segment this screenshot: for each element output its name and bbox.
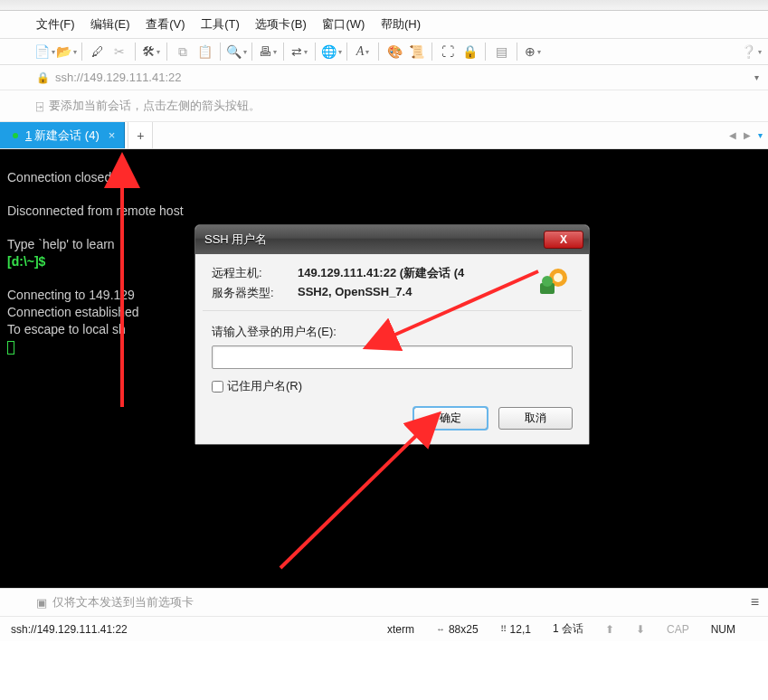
status-up-icon: ⬆ — [605, 623, 614, 636]
status-dot-icon — [13, 133, 18, 138]
properties-icon[interactable]: 🛠 — [143, 43, 159, 60]
tab-next-icon[interactable]: ▶ — [744, 130, 751, 140]
dialog-titlebar[interactable]: SSH 用户名 X — [195, 225, 589, 254]
bookmark-icon[interactable]: ⍈ — [36, 99, 43, 113]
tab-list-icon[interactable]: ▾ — [758, 130, 763, 140]
status-pos: ⠿12,1 — [500, 623, 531, 636]
ok-button[interactable]: 确定 — [413, 407, 488, 430]
menu-tab[interactable]: 选项卡(B) — [255, 17, 306, 31]
menu-bar[interactable]: 文件(F) 编辑(E) 查看(V) 工具(T) 选项卡(B) 窗口(W) 帮助(… — [0, 11, 768, 39]
help-icon[interactable]: ❔ — [743, 43, 759, 60]
tab-label: 新建会话 (4) — [34, 128, 100, 144]
input-placeholder: 仅将文本发送到当前选项卡 — [52, 594, 194, 610]
lock-small-icon: 🔒 — [36, 71, 50, 84]
svg-point-3 — [542, 276, 553, 287]
status-term: xterm — [387, 623, 414, 636]
username-input[interactable] — [212, 345, 573, 369]
connect-icon[interactable]: 🖊 — [90, 43, 106, 60]
host-value: 149.129.111.41:22 (新建会话 (4 — [298, 265, 573, 281]
new-session-icon[interactable]: 📄 — [36, 43, 52, 60]
input-bar[interactable]: ▣ 仅将文本发送到当前选项卡 ≡ — [0, 588, 768, 616]
menu-tools[interactable]: 工具(T) — [201, 17, 240, 31]
host-label: 远程主机: — [212, 265, 298, 281]
status-size: ↔88x25 — [436, 623, 479, 636]
tab-prev-icon[interactable]: ◀ — [729, 130, 736, 140]
username-label: 请输入登录的用户名(E): — [212, 324, 573, 340]
hint-text: 要添加当前会话，点击左侧的箭头按钮。 — [49, 98, 261, 114]
bookmark-hint-bar: ⍈ 要添加当前会话，点击左侧的箭头按钮。 — [0, 90, 768, 122]
remember-username-label: 记住用户名(R) — [227, 378, 302, 394]
dropdown-icon[interactable]: ▾ — [754, 72, 759, 82]
menu-help[interactable]: 帮助(H) — [381, 17, 421, 31]
add-icon[interactable]: ⊕ — [525, 43, 541, 60]
server-type-value: SSH2, OpenSSH_7.4 — [298, 285, 573, 298]
print-icon[interactable]: 🖶 — [260, 43, 276, 60]
tab-bar: 1 新建会话 (4) × + ◀ ▶ ▾ — [0, 122, 768, 149]
status-bar: ssh://149.129.111.41:22 xterm ↔88x25 ⠿12… — [0, 616, 768, 641]
menu-view[interactable]: 查看(V) — [146, 17, 185, 31]
compose-icon[interactable]: ▤ — [493, 43, 509, 60]
script-icon[interactable]: 📜 — [408, 43, 424, 60]
status-cap: CAP — [667, 623, 689, 636]
dialog-title: SSH 用户名 — [204, 232, 267, 248]
disconnect-icon[interactable]: ✂ — [111, 43, 128, 60]
transfer-icon[interactable]: ⇄ — [291, 43, 308, 60]
credentials-icon — [535, 263, 574, 299]
menu-icon[interactable]: ≡ — [751, 594, 759, 610]
open-folder-icon[interactable]: 📂 — [58, 43, 74, 60]
encoding-icon[interactable]: 🌐 — [323, 43, 339, 60]
copy-icon[interactable]: ⧉ — [175, 43, 191, 60]
color-scheme-icon[interactable]: 🎨 — [386, 43, 403, 60]
server-type-label: 服务器类型: — [212, 285, 298, 301]
tab-index: 1 — [25, 128, 32, 142]
terminal-cursor — [7, 341, 14, 355]
status-down-icon: ⬇ — [636, 623, 645, 636]
font-icon[interactable]: A — [355, 43, 371, 60]
lock-icon[interactable]: 🔒 — [461, 43, 478, 60]
find-icon[interactable]: 🔍 — [228, 43, 244, 60]
address-bar[interactable]: 🔒 ssh://149.129.111.41:22 ▾ — [0, 65, 768, 90]
ssh-username-dialog: SSH 用户名 X 远程主机: 149.129.111.41:22 (新建会话 … — [194, 224, 590, 445]
status-connection: ssh://149.129.111.41:22 — [11, 623, 128, 636]
address-text: ssh://149.129.111.41:22 — [55, 71, 182, 84]
toolbar: 📄 📂 🖊 ✂ 🛠 ⧉ 📋 🔍 🖶 ⇄ 🌐 A 🎨 📜 ⛶ 🔒 ▤ ⊕ ❔ — [0, 39, 768, 65]
menu-window[interactable]: 窗口(W) — [322, 17, 365, 31]
remember-username-checkbox[interactable] — [212, 381, 223, 393]
fullscreen-icon[interactable]: ⛶ — [440, 43, 456, 60]
tab-close-icon[interactable]: × — [109, 128, 116, 142]
cancel-button[interactable]: 取消 — [498, 407, 573, 430]
paste-icon[interactable]: 📋 — [196, 43, 213, 60]
menu-file[interactable]: 文件(F) — [36, 17, 75, 31]
status-sessions: 1 会话 — [553, 621, 583, 637]
svg-point-1 — [554, 273, 563, 282]
new-tab-button[interactable]: + — [128, 122, 153, 148]
menu-edit[interactable]: 编辑(E) — [90, 17, 129, 31]
dialog-close-button[interactable]: X — [544, 231, 583, 249]
prompt-icon: ▣ — [36, 596, 47, 610]
tab-session-1[interactable]: 1 新建会话 (4) × — [0, 122, 125, 148]
status-num: NUM — [711, 623, 735, 636]
